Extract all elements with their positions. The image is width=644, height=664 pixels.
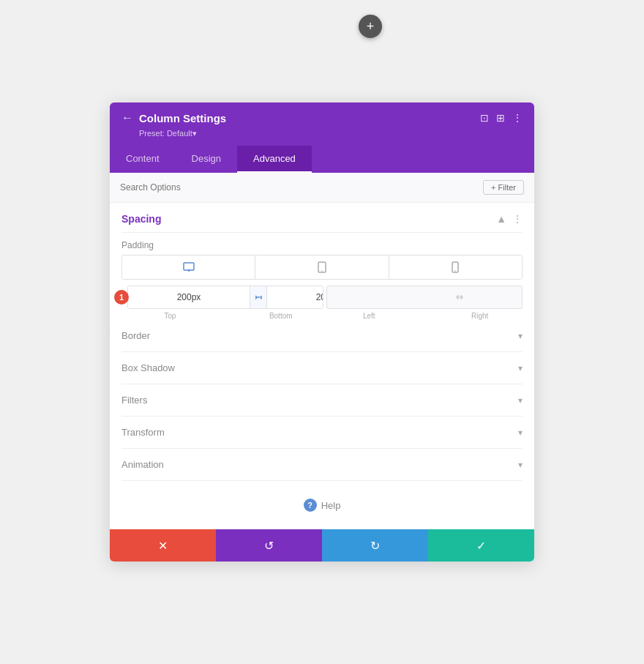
- padding-bottom-input[interactable]: [267, 286, 323, 308]
- column-settings-panel: ← Column Settings ⊡ ⊞ ⋮ Preset: Default▾…: [110, 102, 534, 562]
- box-shadow-title: Box Shadow: [121, 362, 175, 373]
- border-chevron: ▾: [518, 331, 523, 341]
- spacing-section-icons: ▲ ⋮: [496, 213, 523, 225]
- collapsed-sections: Border ▾ Box Shadow ▾ Filters ▾ Transfor…: [110, 320, 534, 481]
- label-right: Right: [437, 312, 523, 320]
- spacing-section-header: Spacing ▲ ⋮: [121, 203, 523, 233]
- box-shadow-section[interactable]: Box Shadow ▾: [121, 352, 523, 384]
- label-top: Top: [127, 312, 213, 320]
- padding-group-right: [326, 286, 523, 309]
- transform-chevron: ▾: [518, 428, 523, 438]
- add-button-top[interactable]: +: [359, 15, 382, 38]
- svg-rect-0: [184, 263, 194, 270]
- device-tab-mobile[interactable]: [389, 255, 522, 279]
- save-button[interactable]: ✓: [428, 529, 534, 562]
- link-icon[interactable]: [250, 286, 267, 308]
- panel-footer: ✕ ↺ ↻ ✓: [110, 529, 534, 562]
- cancel-button[interactable]: ✕: [110, 529, 216, 562]
- back-icon[interactable]: ←: [121, 111, 133, 124]
- tab-content[interactable]: Content: [110, 146, 176, 173]
- padding-group-left: [127, 286, 323, 309]
- reset-button[interactable]: ↺: [216, 529, 322, 562]
- spacing-more-icon[interactable]: ⋮: [512, 213, 523, 225]
- spacing-section: Spacing ▲ ⋮ Padding: [110, 203, 534, 320]
- panel-header: ← Column Settings ⊡ ⊞ ⋮ Preset: Default▾: [110, 102, 534, 146]
- help-icon: ?: [304, 499, 317, 512]
- filters-section[interactable]: Filters ▾: [121, 384, 523, 417]
- search-input[interactable]: [120, 182, 266, 193]
- padding-right-input[interactable]: [471, 286, 523, 308]
- more-icon[interactable]: ⋮: [512, 112, 523, 124]
- border-title: Border: [121, 330, 150, 341]
- padding-top-input[interactable]: [128, 286, 250, 308]
- filters-chevron: ▾: [518, 395, 523, 406]
- columns-icon[interactable]: ⊞: [496, 112, 505, 124]
- padding-label-group-left: Top Bottom: [121, 312, 323, 320]
- error-badge: 1: [114, 290, 129, 305]
- redo-button[interactable]: ↻: [322, 529, 428, 562]
- spacing-title: Spacing: [121, 213, 161, 225]
- box-shadow-chevron: ▾: [518, 363, 523, 373]
- padding-inputs-row: 1: [121, 286, 523, 309]
- tabs: Content Design Advanced: [110, 146, 534, 173]
- animation-title: Animation: [121, 459, 164, 470]
- label-left: Left: [326, 312, 412, 320]
- panel-header-icons: ⊡ ⊞ ⋮: [480, 112, 523, 124]
- link-icon-right[interactable]: [449, 286, 471, 308]
- label-bottom: Bottom: [238, 312, 323, 320]
- search-bar: + Filter: [110, 173, 534, 203]
- device-tab-desktop[interactable]: [122, 255, 255, 279]
- spacing-collapse-icon[interactable]: ▲: [496, 213, 506, 225]
- panel-title-group: ← Column Settings: [121, 111, 226, 124]
- expand-icon[interactable]: ⊡: [480, 112, 489, 124]
- transform-title: Transform: [121, 427, 165, 438]
- panel-header-top: ← Column Settings ⊡ ⊞ ⋮: [121, 111, 523, 124]
- device-tab-tablet[interactable]: [255, 255, 389, 279]
- device-tabs: [121, 255, 523, 280]
- preset-label[interactable]: Preset: Default▾: [139, 129, 523, 138]
- filters-title: Filters: [121, 395, 147, 406]
- filter-button[interactable]: + Filter: [483, 180, 524, 195]
- padding-left-input[interactable]: [327, 286, 449, 308]
- tab-advanced[interactable]: Advanced: [237, 146, 312, 173]
- padding-label: Padding: [121, 233, 523, 255]
- panel-title: Column Settings: [139, 112, 226, 124]
- animation-chevron: ▾: [518, 460, 523, 470]
- svg-point-4: [321, 270, 323, 272]
- padding-labels: Top Bottom Left Right: [121, 312, 523, 320]
- help-label: Help: [321, 500, 341, 511]
- transform-section[interactable]: Transform ▾: [121, 417, 523, 449]
- border-section[interactable]: Border ▾: [121, 320, 523, 352]
- animation-section[interactable]: Animation ▾: [121, 449, 523, 481]
- tab-design[interactable]: Design: [176, 146, 237, 173]
- svg-point-6: [455, 270, 457, 272]
- padding-label-group-right: Left Right: [326, 312, 523, 320]
- help-section[interactable]: ? Help: [110, 481, 534, 529]
